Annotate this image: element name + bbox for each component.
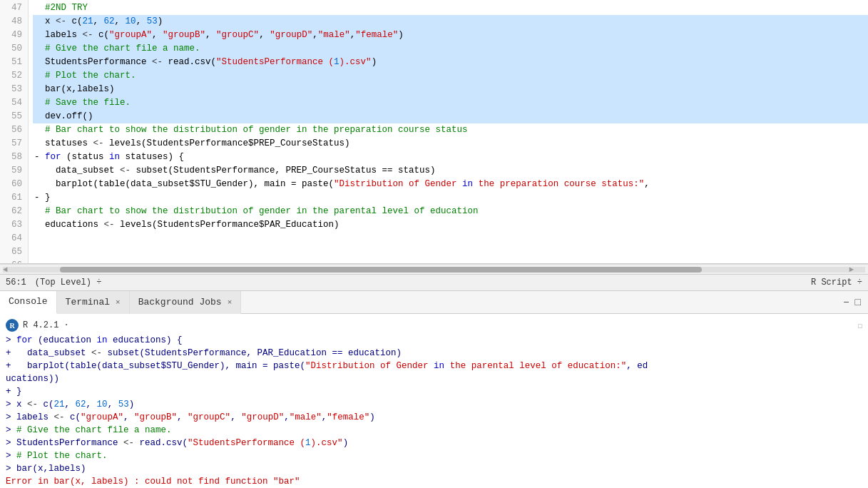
console-line: > bar(x,labels) (6, 462, 862, 475)
code-line: # Give the chart file a name. (33, 42, 868, 56)
console-line: ucations)) (6, 372, 862, 385)
code-line: # Plot the chart. (33, 69, 868, 83)
code-line: - } (33, 191, 868, 205)
code-line: x <- c(21, 62, 10, 53) (33, 15, 868, 29)
tab-terminal-close[interactable]: × (116, 298, 121, 307)
console-line: > StudentsPerformance <- read.csv("Stude… (6, 437, 862, 449)
code-line: StudentsPerformance <- read.csv("Student… (33, 56, 868, 69)
console-line: > x <- c(21, 62, 10, 53) (6, 398, 862, 411)
console-line: + data_subset <- subset(StudentsPerforma… (6, 347, 862, 360)
console-line: > # Give the chart file a name. (6, 424, 862, 437)
code-line: bar(x,labels) (33, 83, 868, 96)
code-line: labels <- c("groupA", "groupB", "groupC"… (33, 29, 868, 42)
code-line: # Save the file. (33, 96, 868, 110)
console-line: Error in bar(x, labels) : could not find… (6, 475, 862, 488)
code-line: data_subset <- subset(StudentsPerformanc… (33, 164, 868, 178)
tab-background-jobs-close[interactable]: × (228, 298, 233, 307)
scope-level[interactable]: (Top Level) ÷ (35, 278, 102, 288)
code-line: statuses <- levels(StudentsPerformance$P… (33, 137, 868, 151)
code-line: # Bar chart to show the distribution of … (33, 205, 868, 218)
code-line: educations <- levels(StudentsPerformance… (33, 218, 868, 232)
console-panel[interactable]: R R 4.2.1 · ☐ > for (education in educat… (0, 314, 868, 488)
scrollbar-thumb[interactable] (60, 267, 702, 273)
console-line: > labels <- c("groupA", "groupB", "group… (6, 411, 862, 424)
console-line: > for (education in educations) { (6, 334, 862, 347)
code-content[interactable]: #2ND TRY x <- c(21, 62, 10, 53) labels <… (29, 0, 868, 263)
tab-terminal-label: Terminal (66, 297, 110, 307)
console-clear-icon[interactable]: ☐ (857, 321, 862, 330)
maximize-icon[interactable]: □ (854, 295, 862, 310)
tab-terminal[interactable]: Terminal × (57, 291, 130, 314)
console-header: R R 4.2.1 · ☐ (0, 317, 868, 334)
console-line: > # Plot the chart. (6, 449, 862, 462)
scroll-left-arrow[interactable]: ◄ (3, 265, 8, 274)
cursor-position: 56:1 (6, 278, 26, 288)
console-line: + barplot(table(data_subset$STU_Gender),… (6, 360, 862, 372)
code-line: - for (status in statuses) { (33, 151, 868, 164)
code-line: dev.off() (33, 110, 868, 123)
console-output: > for (education in educations) {+ data_… (0, 334, 868, 488)
console-tabs-bar: Console Terminal × Background Jobs × − □ (0, 291, 868, 314)
code-line: # Bar chart to show the distribution of … (33, 123, 868, 137)
file-type[interactable]: R Script ÷ (811, 278, 862, 288)
scroll-right-arrow[interactable]: ► (849, 265, 854, 274)
tab-console[interactable]: Console (0, 291, 57, 314)
tab-console-label: Console (9, 296, 48, 307)
tab-background-jobs-label: Background Jobs (138, 297, 222, 307)
horizontal-scrollbar[interactable]: ► ◄ (0, 264, 868, 274)
tab-background-jobs[interactable]: Background Jobs × (130, 291, 242, 314)
code-line: barplot(table(data_subset$STU_Gender), m… (33, 178, 868, 191)
minimize-icon[interactable]: − (842, 295, 850, 310)
r-logo: R (6, 319, 19, 332)
r-version: R 4.2.1 · (23, 320, 69, 330)
console-line: + } (6, 385, 862, 398)
line-numbers: 4748495051525354555657585960616263646566 (0, 0, 29, 263)
status-bar: 56:1 (Top Level) ÷ R Script ÷ (0, 274, 868, 291)
code-line: #2ND TRY (33, 1, 868, 15)
code-editor[interactable]: 4748495051525354555657585960616263646566… (0, 0, 868, 264)
